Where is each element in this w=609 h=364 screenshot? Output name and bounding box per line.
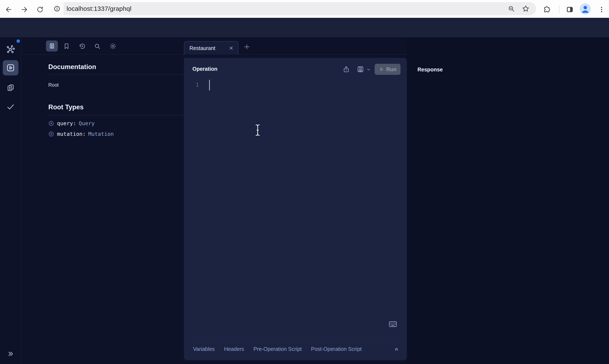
app-header: A SANDBOX http://localhost:1337/gra… Pub…: [0, 18, 609, 37]
tab-label: Restaurant: [189, 45, 228, 51]
browser-forward-icon[interactable]: [20, 5, 28, 13]
address-bar[interactable]: localhost:1337/graphql: [51, 2, 536, 15]
browser-profile-avatar[interactable]: [580, 3, 591, 14]
type-link-mutation[interactable]: Mutation: [88, 131, 114, 137]
root-type-row: mutation: Mutation: [48, 131, 114, 137]
nav-explorer-icon[interactable]: [3, 60, 18, 76]
docs-settings-gear-icon[interactable]: [109, 42, 117, 50]
tab-pre-operation-script[interactable]: Pre-Operation Script: [253, 346, 302, 352]
schema-notification-dot: [16, 39, 20, 43]
divider: [48, 115, 192, 115]
save-options-chevron-icon[interactable]: [366, 67, 371, 72]
browser-reload-icon[interactable]: [36, 5, 44, 13]
root-type-row: query: Query: [48, 120, 95, 127]
field-name: mutation:: [57, 131, 86, 137]
docs-history-icon[interactable]: [78, 42, 86, 50]
browser-toolbar: localhost:1337/graphql: [0, 0, 609, 18]
operation-panel-title: Operation: [192, 66, 217, 72]
save-operation-icon[interactable]: [356, 65, 364, 73]
divider: [48, 75, 192, 75]
run-button[interactable]: Run: [375, 64, 401, 75]
new-tab-icon[interactable]: [243, 43, 250, 51]
browser-menu-icon[interactable]: [597, 5, 606, 13]
add-query-field-icon[interactable]: [48, 120, 54, 126]
response-panel-title: Response: [417, 66, 443, 73]
side-panel-icon[interactable]: [566, 5, 574, 13]
tab-variables[interactable]: Variables: [193, 346, 215, 352]
bookmark-star-icon[interactable]: [522, 5, 530, 13]
documentation-panel: Documentation Root Root Types query: Que…: [21, 37, 182, 364]
tab-headers[interactable]: Headers: [224, 346, 244, 352]
nav-schema-icon[interactable]: [6, 44, 15, 54]
add-mutation-field-icon[interactable]: [48, 131, 54, 137]
operation-editor[interactable]: 1: [184, 77, 407, 333]
docs-bookmarks-icon[interactable]: [63, 42, 70, 50]
nav-checks-icon[interactable]: [6, 102, 15, 111]
expand-footer-panel-icon[interactable]: [394, 346, 399, 352]
browser-back-icon[interactable]: [5, 5, 13, 13]
operation-panel: Operation Run 1 Variables: [184, 58, 407, 360]
docs-search-icon[interactable]: [93, 42, 101, 50]
line-number: 1: [193, 82, 199, 88]
keyboard-shortcuts-icon[interactable]: [389, 321, 397, 328]
root-types-title: Root Types: [48, 104, 84, 111]
field-name: query:: [57, 120, 76, 127]
operation-tab-restaurant[interactable]: Restaurant: [184, 41, 238, 55]
url-text: localhost:1337/graphql: [66, 2, 131, 15]
response-panel: Response: [407, 37, 609, 364]
close-tab-icon[interactable]: [228, 45, 234, 51]
site-info-icon[interactable]: [51, 2, 64, 15]
expand-rail-icon[interactable]: [6, 349, 15, 359]
operation-footer-tabs: Variables Headers Pre-Operation Script P…: [184, 338, 407, 360]
zoom-out-icon[interactable]: [508, 5, 515, 12]
type-link-query[interactable]: Query: [79, 120, 94, 127]
nav-changelog-icon[interactable]: [6, 83, 15, 92]
app-body: Documentation Root Root Types query: Que…: [0, 37, 609, 364]
left-nav-rail: [0, 37, 21, 364]
toolbar-divider: [559, 5, 559, 13]
run-label: Run: [386, 66, 397, 72]
run-play-icon: [379, 66, 384, 72]
tab-post-operation-script[interactable]: Post-Operation Script: [311, 346, 362, 352]
docs-tab-documentation-icon[interactable]: [46, 40, 58, 52]
extensions-icon[interactable]: [543, 5, 551, 13]
mouse-ibeam-cursor: [255, 124, 261, 136]
text-caret: [209, 80, 210, 91]
share-operation-icon[interactable]: [342, 65, 350, 73]
docs-title: Documentation: [48, 63, 96, 71]
docs-root-link[interactable]: Root: [48, 82, 59, 88]
